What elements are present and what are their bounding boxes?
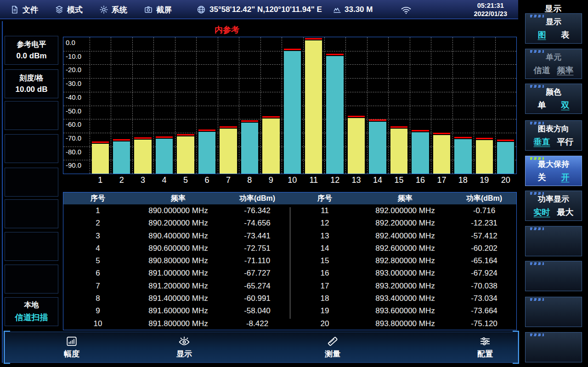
table-header-cell: 频率 — [132, 194, 224, 203]
softkey-颜色[interactable]: 颜色单双 — [525, 84, 582, 114]
table-cell: 893.800000 MHz — [359, 317, 451, 330]
softkey-options: 关开 — [526, 172, 582, 183]
channel-bar-9 — [262, 116, 279, 174]
menu-截屏[interactable]: 截屏 — [144, 5, 172, 15]
softkey-line: 0.0 dBm — [16, 51, 46, 61]
bar-fill — [433, 135, 450, 174]
option-开[interactable]: 开 — [561, 172, 570, 183]
option-图[interactable]: 图 — [538, 29, 546, 40]
table-cell: 8 — [63, 292, 132, 305]
bar-fill — [476, 140, 493, 174]
bottom-menu-label: 配置 — [477, 349, 493, 359]
softkey-刻度/格[interactable]: 刻度/格10.00 dB — [5, 69, 58, 98]
top-menu: 文件模式系统截屏 — [10, 0, 188, 19]
x-axis-tick-label: 7 — [226, 175, 231, 185]
table-cell: 890.400000 MHz — [132, 230, 224, 242]
option-双[interactable]: 双 — [561, 100, 570, 111]
table-cell: -71.110 — [224, 254, 290, 267]
softkey-options: 图表 — [526, 29, 582, 40]
bar-fill — [348, 118, 365, 174]
menu-系统[interactable]: 系统 — [99, 5, 127, 15]
table-cell: -8.422 — [224, 317, 290, 330]
menu-模式[interactable]: 模式 — [55, 5, 83, 15]
table-cell: 891.800000 MHz — [132, 317, 224, 330]
grid-vline — [218, 37, 218, 174]
table-cell: 10 — [63, 317, 132, 330]
bar-fill — [113, 141, 130, 174]
table-cell: -12.231 — [451, 217, 517, 229]
altitude-icon — [333, 5, 342, 14]
softkey-options: 垂直平行 — [526, 136, 582, 147]
channel-bar-17 — [433, 133, 450, 174]
max-hold-cap — [433, 133, 450, 134]
x-axis-tick-label: 4 — [162, 175, 167, 185]
softkey-line: 本地 — [24, 300, 39, 310]
table-cell: 14 — [290, 242, 359, 254]
bar-fill — [177, 136, 194, 174]
grid-vline — [132, 37, 133, 174]
bar-fill — [390, 129, 407, 174]
softkey-empty — [5, 101, 58, 130]
table-cell: 890.200000 MHz — [132, 217, 224, 229]
menu-文件[interactable]: 文件 — [10, 5, 38, 15]
menu-label: 截屏 — [156, 5, 172, 15]
softkey-显示[interactable]: 显示图表 — [525, 13, 582, 44]
max-hold-cap — [198, 130, 215, 131]
bottom-menu-测量[interactable]: 测量 — [325, 335, 340, 359]
softkey-单元[interactable]: 单元信道频率 — [525, 49, 582, 79]
table-center-divider — [290, 207, 290, 319]
bottom-menu-配置[interactable]: 配置 — [477, 335, 493, 359]
option-垂直[interactable]: 垂直 — [534, 136, 550, 147]
option-单[interactable]: 单 — [538, 100, 546, 111]
table-cell: 893.000000 MHz — [359, 267, 451, 279]
bar-fill — [305, 40, 322, 174]
corner-stripes-decoration — [530, 227, 544, 230]
altitude-readout: 33.30 M — [333, 0, 373, 19]
bottom-menu-显示[interactable]: 显示 — [176, 335, 192, 359]
softkey-本地[interactable]: 本地信道扫描 — [5, 297, 58, 326]
softkey-图表方向[interactable]: 图表方向垂直平行 — [525, 120, 582, 151]
corner-stripes-decoration — [530, 333, 544, 336]
corner-stripes-decoration — [530, 85, 544, 88]
mode-icon — [55, 5, 64, 14]
globe-icon — [197, 5, 206, 14]
channel-bar-5 — [177, 134, 194, 174]
max-hold-cap — [220, 126, 237, 128]
right-sidebar: 显示 显示图表单元信道频率颜色单双图表方向垂直平行最大保持关开功率显示实时最大 — [518, 0, 588, 367]
table-cell: 6 — [63, 267, 132, 279]
softkey-功率显示[interactable]: 功率显示实时最大 — [525, 191, 582, 221]
max-hold-cap — [476, 138, 493, 139]
max-hold-cap — [156, 136, 173, 138]
max-hold-cap — [177, 134, 194, 136]
grid-vline — [90, 37, 90, 174]
softkey-empty — [5, 134, 58, 163]
channel-bar-18 — [454, 137, 471, 174]
top-bar: 文件模式系统截屏 35°58'12.42" N,120°10'11.94" E … — [0, 0, 518, 19]
option-平行[interactable]: 平行 — [557, 136, 574, 147]
table-header: 序号频率功率(dBm)序号频率功率(dBm) — [63, 192, 516, 204]
table-cell: 890.000000 MHz — [132, 204, 224, 217]
grid-vline — [324, 37, 325, 174]
gps-coordinates: 35°58'12.42" N,120°10'11.94" E — [209, 5, 322, 14]
option-表[interactable]: 表 — [561, 29, 570, 40]
left-edge-line — [2, 21, 3, 363]
softkey-最大保持[interactable]: 最大保持关开 — [525, 156, 582, 186]
x-axis-tick-label: 12 — [330, 175, 339, 185]
grid-vline — [303, 37, 304, 174]
option-信道[interactable]: 信道 — [534, 65, 550, 76]
option-最大[interactable]: 最大 — [557, 207, 574, 218]
softkey-参考电平[interactable]: 参考电平0.0 dBm — [5, 36, 58, 65]
table-cell: 891.200000 MHz — [132, 280, 224, 292]
option-关[interactable]: 关 — [538, 172, 546, 183]
grid-vline — [175, 37, 175, 174]
channel-bar-12 — [326, 54, 343, 174]
bar-fill — [262, 119, 279, 174]
table-cell: -67.727 — [224, 267, 290, 279]
table-cell: -65.274 — [224, 280, 290, 292]
option-频率[interactable]: 频率 — [557, 65, 574, 76]
bottom-menu-幅度[interactable]: 幅度 — [64, 335, 79, 359]
table-cell: -76.342 — [224, 204, 290, 217]
softkey-title: 单元 — [546, 52, 561, 62]
y-axis-tick-label: -70.0 — [66, 134, 81, 142]
option-实时[interactable]: 实时 — [534, 207, 550, 218]
